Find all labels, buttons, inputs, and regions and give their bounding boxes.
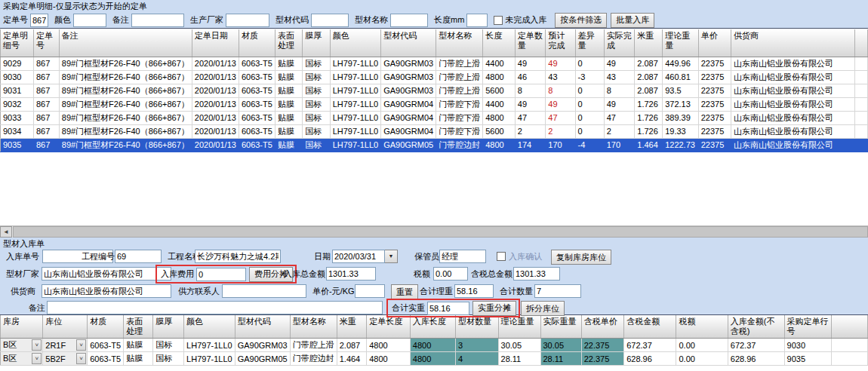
table-row[interactable]: 903286789#门框型材F26-F40（866+867）2020/01/13… [1, 97, 868, 111]
horizontal-scrollbar[interactable]: ◄ [0, 225, 868, 238]
manufacturer-filter-input[interactable] [226, 14, 269, 27]
table-row[interactable]: 903586789#门框型材F26-F40（866+867）2020/01/13… [1, 138, 868, 152]
column-header[interactable]: 长度 [483, 29, 516, 57]
inbound-confirm-checkbox[interactable] [497, 252, 506, 261]
dropdown-arrow-icon[interactable]: ˅ [32, 353, 42, 364]
total-theory-weight-input[interactable] [454, 284, 494, 298]
factory-input[interactable] [42, 267, 171, 281]
column-header[interactable]: 定单明细号 [1, 29, 34, 57]
table-row[interactable]: B区˅2R1F˅6063-T5贴膜国标LH797-1LL0GA90GRM03门带… [1, 339, 868, 352]
column-header[interactable]: 定单数量 [515, 29, 546, 57]
color-filter-input[interactable] [73, 14, 106, 27]
scroll-left-arrow-icon[interactable]: ◄ [0, 226, 12, 238]
column-header[interactable]: 颜色 [184, 315, 235, 339]
column-header[interactable]: 预计完成 [546, 29, 575, 57]
table-cell: 43 [604, 70, 635, 84]
column-header[interactable]: 膜厚 [303, 29, 330, 57]
column-header[interactable]: 材质 [239, 29, 275, 57]
column-header[interactable]: 型材名称 [436, 29, 483, 57]
column-header[interactable]: 表面处理 [124, 315, 153, 339]
total-actual-weight-input[interactable] [427, 302, 469, 315]
column-header[interactable]: 型材代码 [381, 29, 436, 57]
column-header[interactable]: 定单号 [33, 29, 59, 57]
table-row[interactable]: 903486789#门框型材F26-F40（866+867）2020/01/13… [1, 124, 868, 138]
table-cell: 49 [546, 57, 575, 70]
table-cell: 22375 [698, 70, 731, 84]
dropdown-arrow-icon[interactable]: ˅ [76, 353, 86, 364]
total-with-tax-input[interactable] [513, 267, 560, 281]
column-header[interactable]: 型材名称 [290, 315, 337, 339]
profile-name-filter-input[interactable] [390, 14, 428, 27]
column-header[interactable]: 单价 [698, 29, 731, 57]
column-header[interactable]: 供货商 [731, 29, 854, 57]
scrollbar-thumb[interactable] [13, 226, 868, 238]
copy-location-button[interactable]: 复制库房库位 [551, 250, 611, 265]
calendar-dropdown-icon[interactable]: ▼ [385, 250, 398, 263]
tax-input[interactable] [433, 267, 468, 281]
column-header[interactable]: 材质 [88, 315, 124, 339]
column-header[interactable]: 表面处理 [275, 29, 302, 57]
split-location-button[interactable]: 拆分库位 [521, 301, 565, 316]
column-header[interactable]: 备注 [59, 29, 192, 57]
dropdown-arrow-icon[interactable]: ˅ [32, 339, 42, 351]
column-header[interactable]: 实际完成 [604, 29, 635, 57]
profile-code-filter-input[interactable] [311, 14, 349, 27]
column-header[interactable]: 型材代码 [235, 315, 290, 339]
column-header[interactable]: 定单日期 [192, 29, 239, 57]
table-row[interactable]: B区˅5B2F˅6063-T5贴膜国标LH797-1LL0GA90GRM05门带… [1, 352, 868, 366]
remark-input[interactable] [47, 301, 383, 314]
supplier-input[interactable] [42, 284, 171, 298]
table-cell: 门带腔下滑 [436, 124, 483, 138]
date-input[interactable] [332, 250, 385, 263]
column-header[interactable]: 采购定单行号 [784, 315, 831, 339]
length-filter-input[interactable] [466, 14, 488, 27]
column-header[interactable]: 定单长度 [367, 315, 411, 339]
column-header[interactable]: 库位 [43, 315, 88, 339]
dropdown-arrow-icon[interactable]: ˅ [76, 339, 86, 351]
table-cell: 国标 [303, 124, 330, 138]
table-cell: GA90GRM03 [381, 70, 436, 84]
column-header[interactable]: 米重 [337, 315, 367, 339]
column-header[interactable]: 颜色 [330, 29, 381, 57]
unfinished-checkbox[interactable] [494, 16, 503, 25]
column-header[interactable]: 米重 [635, 29, 663, 57]
table-cell: 49 [604, 57, 635, 70]
column-header[interactable]: 差异量 [575, 29, 604, 57]
column-header[interactable]: 含税金额 [624, 315, 676, 339]
filter-by-condition-button[interactable]: 按条件筛选 [555, 13, 607, 28]
table-row[interactable]: 903386789#门框型材F26-F40（866+867）2020/01/13… [1, 111, 868, 124]
table-cell: 6063-T5 [239, 111, 275, 124]
table-row[interactable]: 902986789#门框型材F26-F40（866+867）2020/01/13… [1, 57, 868, 70]
batch-inbound-button[interactable]: 批量入库 [611, 13, 654, 28]
fee-highlight-box: 入库费用 费用分摊 [155, 265, 297, 284]
column-header[interactable]: 税额 [676, 315, 728, 339]
fee-input[interactable] [196, 268, 246, 281]
project-no-input[interactable] [115, 250, 162, 263]
total-qty-input[interactable] [534, 284, 581, 298]
table-row[interactable]: 903186789#门框型材F26-F40（866+867）2020/01/13… [1, 84, 868, 97]
table-cell: 672.37 [624, 339, 676, 352]
keeper-input[interactable] [439, 250, 486, 263]
column-header[interactable]: 实际重量 [540, 315, 581, 339]
column-header[interactable]: 膜厚 [153, 315, 184, 339]
total-amount-input[interactable] [326, 267, 376, 281]
column-header[interactable]: 理论重量 [498, 315, 540, 339]
actual-weight-split-button[interactable]: 实重分摊 [472, 301, 516, 316]
order-no-input[interactable] [30, 14, 48, 27]
column-header[interactable]: 入库长度 [410, 315, 455, 339]
column-header[interactable]: 含税单价 [581, 315, 624, 339]
project-name-input[interactable] [195, 250, 281, 263]
table-row[interactable]: 903086789#门框型材F26-F40（866+867）2020/01/13… [1, 70, 868, 84]
column-header[interactable]: 库房 [1, 315, 43, 339]
reset-button[interactable]: 重置 [391, 284, 418, 299]
column-header[interactable]: 入库金额(不含税) [728, 315, 784, 339]
supplier-contact-input[interactable] [222, 284, 306, 298]
table-cell: -4 [575, 138, 604, 152]
remark-filter-input[interactable] [131, 14, 184, 27]
column-header[interactable]: 理论重量 [663, 29, 699, 57]
column-header[interactable]: 型材数量 [456, 315, 498, 339]
unit-price-input[interactable] [355, 284, 385, 298]
remark-filter-label: 备注 [112, 14, 129, 26]
table-cell: 山东南山铝业股份有限公司 [731, 138, 854, 152]
table-cell: 山东南山铝业股份有限公司 [731, 97, 854, 111]
